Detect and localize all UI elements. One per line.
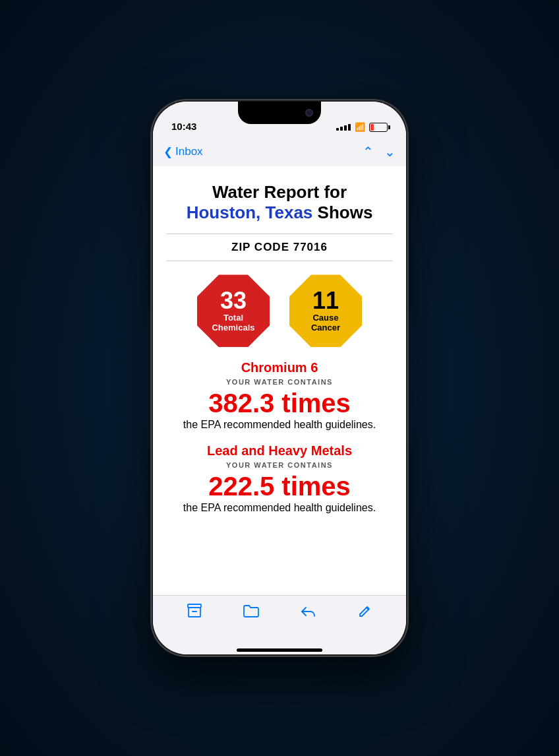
chromium6-times-value: 382.3 times [166, 389, 393, 418]
lead-metals-your-water-label: YOUR WATER CONTAINS [166, 461, 393, 469]
cancer-label: CauseCancer [311, 313, 340, 333]
camera-dot [305, 109, 313, 117]
chemicals-number: 33 [220, 289, 247, 313]
chromium6-your-water-label: YOUR WATER CONTAINS [166, 378, 393, 386]
status-time: 10:43 [171, 121, 196, 132]
chevron-left-icon: ❮ [163, 145, 173, 159]
inbox-label: Inbox [175, 145, 203, 158]
status-icons: 📶 [336, 122, 388, 132]
wifi-icon: 📶 [355, 122, 365, 132]
phone-device: 10:43 📶 ❮ Inbox [151, 100, 408, 656]
svg-rect-1 [189, 608, 200, 617]
status-bar: 10:43 📶 [153, 102, 406, 137]
chromium6-section: Chromium 6 YOUR WATER CONTAINS 382.3 tim… [166, 360, 393, 432]
folder-icon [243, 604, 260, 622]
archive-icon [187, 604, 202, 622]
nav-arrows: ⌃ ⌄ [363, 144, 396, 160]
lead-metals-section: Lead and Heavy Metals YOUR WATER CONTAIN… [166, 443, 393, 515]
title-line1: Water Report for [166, 182, 393, 203]
octagon-shape-red: 33 TotalChemicals [197, 274, 270, 347]
battery-fill [370, 124, 374, 131]
archive-button[interactable] [187, 604, 202, 622]
chromium6-name: Chromium 6 [166, 360, 393, 375]
reply-button[interactable] [300, 604, 317, 622]
home-indicator [153, 649, 406, 654]
divider-bottom [166, 261, 393, 261]
octagon-shape-yellow: 11 CauseCancer [289, 274, 362, 347]
signal-icon [336, 124, 351, 131]
reply-icon [300, 604, 317, 622]
nav-bar: ❮ Inbox ⌃ ⌄ [153, 137, 406, 166]
lead-metals-name: Lead and Heavy Metals [166, 443, 393, 458]
cause-cancer-octagon: 11 CauseCancer [289, 274, 362, 347]
divider-top [166, 234, 393, 234]
compose-button[interactable] [357, 604, 373, 622]
mail-toolbar [153, 595, 406, 649]
email-title: Water Report for Houston, Texas Shows [166, 182, 393, 223]
compose-icon [357, 604, 373, 622]
up-arrow-button[interactable]: ⌃ [363, 144, 374, 160]
home-bar [237, 648, 322, 652]
total-chemicals-octagon: 33 TotalChemicals [197, 274, 270, 347]
email-content: Water Report for Houston, Texas Shows ZI… [153, 166, 406, 595]
title-shows: Shows [312, 203, 372, 222]
zip-code: ZIP CODE 77016 [166, 241, 393, 254]
chromium6-epa-text: the EPA recommended health guidelines. [166, 418, 393, 432]
phone-screen: 10:43 📶 ❮ Inbox [153, 102, 406, 654]
badges-row: 33 TotalChemicals 11 CauseCancer [166, 274, 393, 347]
battery-icon [369, 123, 388, 132]
notch [238, 102, 321, 124]
chemicals-badge: 33 TotalChemicals [197, 274, 270, 347]
chemicals-label: TotalChemicals [212, 313, 254, 333]
down-arrow-button[interactable]: ⌄ [384, 144, 396, 160]
folder-button[interactable] [243, 604, 260, 622]
title-line2: Houston, Texas Shows [166, 203, 393, 223]
lead-metals-epa-text: the EPA recommended health guidelines. [166, 501, 393, 515]
inbox-back-button[interactable]: ❮ Inbox [163, 145, 203, 159]
cancer-number: 11 [312, 289, 339, 313]
cancer-badge: 11 CauseCancer [289, 274, 362, 347]
title-location: Houston, Texas [187, 203, 313, 222]
lead-metals-times-value: 222.5 times [166, 472, 393, 501]
